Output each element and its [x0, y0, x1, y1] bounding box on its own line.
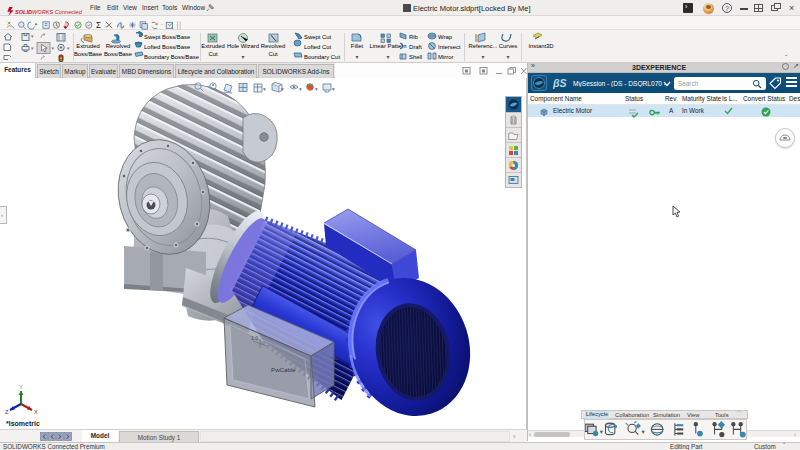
svg-text:Revolved: Revolved [106, 43, 131, 49]
svg-text:1.0: 1.0 [251, 335, 258, 341]
svg-text:Extruded: Extruded [76, 43, 100, 49]
svg-text:▾: ▾ [31, 33, 34, 39]
svg-text:▾: ▾ [263, 86, 266, 92]
svg-text:Y: Y [19, 384, 23, 390]
svg-text:Wrap: Wrap [438, 34, 453, 40]
svg-text:▾: ▾ [507, 54, 510, 60]
svg-text:▾: ▾ [315, 86, 318, 92]
svg-text:▾: ▾ [600, 427, 604, 434]
svg-text:Boundary Cut: Boundary Cut [304, 54, 340, 60]
svg-text:▾: ▾ [52, 45, 55, 51]
svg-text:▾: ▾ [299, 86, 302, 92]
svg-text:▾: ▾ [281, 86, 284, 92]
svg-text:Lofted Boss/Base: Lofted Boss/Base [144, 44, 191, 50]
svg-text:Fillet: Fillet [351, 43, 364, 49]
svg-text:▾: ▾ [482, 54, 485, 60]
svg-text:Shell: Shell [409, 54, 422, 60]
svg-text:Curves: Curves [499, 43, 518, 49]
svg-text:Revolved: Revolved [261, 43, 286, 49]
svg-text:▾: ▾ [387, 54, 390, 60]
svg-text:Boss/Base: Boss/Base [74, 51, 103, 57]
svg-text:Lofted Cut: Lofted Cut [304, 44, 332, 50]
svg-text:Swept Boss/Base: Swept Boss/Base [144, 34, 191, 40]
svg-text:Z: Z [5, 409, 9, 415]
svg-text:Hole Wizard: Hole Wizard [227, 43, 259, 49]
svg-text:▾: ▾ [356, 54, 359, 60]
svg-text:PwCable: PwCable [271, 366, 296, 373]
svg-text:▾: ▾ [242, 54, 245, 60]
svg-text:Cut: Cut [208, 51, 218, 57]
svg-text:SOLIDWORKS Connected: SOLIDWORKS Connected [15, 9, 83, 15]
svg-text:X: X [34, 409, 38, 415]
svg-text:▾: ▾ [332, 86, 335, 92]
svg-text:▾: ▾ [641, 427, 645, 434]
svg-text:Referenc...: Referenc... [469, 43, 498, 49]
svg-text:Draft: Draft [409, 44, 422, 50]
svg-text:Intersect: Intersect [438, 44, 461, 50]
svg-text:Swept Cut: Swept Cut [304, 34, 332, 40]
svg-text:Mirror: Mirror [438, 54, 453, 60]
svg-text:▾: ▾ [31, 45, 34, 51]
svg-text:βS: βS [553, 77, 567, 89]
svg-text:Σ: Σ [96, 21, 101, 30]
svg-text:·: · [161, 21, 163, 28]
svg-text:Extruded: Extruded [201, 43, 225, 49]
svg-text:Boundary Boss/Base: Boundary Boss/Base [144, 54, 200, 60]
svg-text:Boss/Base: Boss/Base [104, 51, 133, 57]
svg-text:▾: ▾ [67, 45, 70, 51]
svg-text:Rib: Rib [409, 34, 419, 40]
svg-text:Instant3D: Instant3D [528, 43, 553, 49]
svg-text:Cut: Cut [268, 51, 278, 57]
